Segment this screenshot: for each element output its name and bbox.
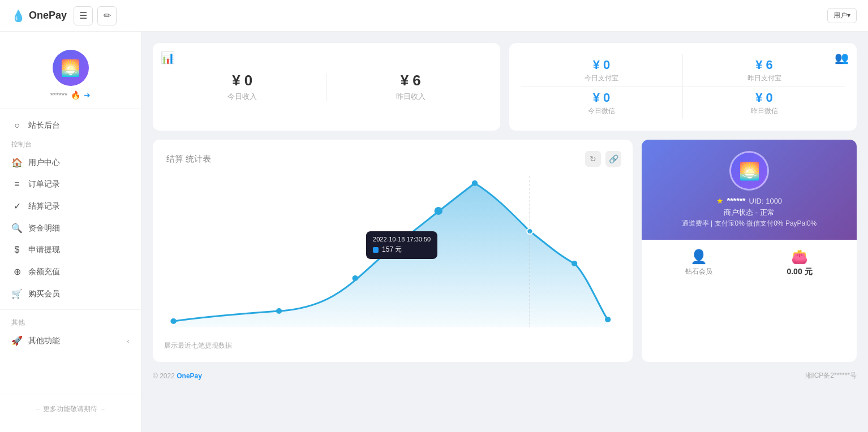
profile-rate: 通道费率 | 支付宝0% 微信支付0% PayPal0% [682,219,817,228]
wallet-icon: 👛 [791,249,808,265]
username-label: ****** [50,91,67,100]
orders-icon: ≡ [11,179,23,189]
profile-card: 🌅 ★ ****** UID: 1000 商户状态 - 正常 通道费率 | 支付… [642,140,857,362]
yesterday-wechat-label: 昨日微信 [751,106,778,116]
yesterday-alipay-amount: ¥ 6 [755,58,773,72]
sidebar-item-orders[interactable]: ≡ 订单记录 [0,174,141,195]
chain-icon: 🔗 [609,154,618,163]
vip-member-icon: 👤 [690,249,707,265]
avatar: 🌅 [53,50,89,86]
vip-stat: 👤 钻石会员 [651,249,747,277]
bar-chart-icon: 📊 [161,51,175,64]
svg-point-2 [353,275,358,281]
profile-avatar: 🌅 [729,151,769,191]
profile-uid: UID: 1000 [749,197,783,205]
settlements-icon: ✓ [11,201,23,211]
yesterday-alipay-label: 昨日支付宝 [747,74,781,83]
today-wechat-label: 今日微信 [588,106,615,116]
withdraw-icon: $ [11,245,23,255]
svg-point-0 [170,318,176,324]
sidebar-item-withdraw[interactable]: $ 申请提现 [0,239,141,261]
sidebar-item-finance-label: 资金明细 [28,223,60,234]
recharge-icon: ⊕ [11,266,23,277]
sidebar-item-vip-label: 购买会员 [28,289,60,299]
sidebar-item-admin-label: 站长后台 [28,120,60,131]
sidebar-item-user-center-label: 用户中心 [28,158,60,168]
today-wechat-amount: ¥ 0 [593,90,611,105]
profile-name: ****** [727,196,746,205]
svg-point-8 [605,317,611,322]
sidebar-item-settlements[interactable]: ✓ 结算记录 [0,195,141,217]
payment-stats-card: 👥 ¥ 0 今日支付宝 ¥ 6 昨日支付宝 ¥ 0 今日微信 ¥ 0 [509,43,857,131]
finance-icon: 🔍 [11,223,23,234]
sidebar-item-withdraw-label: 申请提现 [28,245,60,255]
svg-point-1 [276,308,282,314]
today-income-label: 今日收入 [227,92,257,102]
today-alipay-label: 今日支付宝 [585,74,618,83]
menu-icon: ☰ [79,10,87,21]
sidebar-item-admin[interactable]: ○ 站长后台 [0,115,141,136]
income-stats-card: 📊 ¥ 0 今日收入 ¥ 6 昨日收入 [153,43,500,131]
main-content: 📊 ¥ 0 今日收入 ¥ 6 昨日收入 👥 ¥ 0 [141,32,868,432]
svg-point-7 [571,261,577,266]
user-dropdown[interactable]: 用户▾ [827,8,857,23]
today-income-amount: ¥ 0 [232,72,252,89]
logo: 💧 OnePay [11,9,67,23]
fire-icon[interactable]: 🔥 [71,90,80,100]
sidebar-item-recharge-label: 余额充值 [28,267,60,277]
sidebar-item-recharge[interactable]: ⊕ 余额充值 [0,261,141,283]
chart-title: 结算统计表 [164,154,211,165]
profile-bottom-stats: 👤 钻石会员 👛 0.00 元 [642,240,857,286]
sidebar-item-orders-label: 订单记录 [28,179,60,189]
edit-button[interactable]: ✏ [97,6,117,25]
chart-area: 2022-10-18 17:30:50 157 元 [164,176,621,334]
chart-refresh-button[interactable]: ↻ [585,151,601,167]
balance-value: 0.00 元 [787,267,812,277]
refresh-icon: ↻ [590,154,596,163]
chart-settings-button[interactable]: 🔗 [605,151,621,167]
rocket-icon: 🚀 [11,335,23,346]
menu-button[interactable]: ☰ [74,6,93,25]
sidebar-item-other-features-label: 其他功能 [28,336,60,346]
today-wechat-cell: ¥ 0 今日微信 [521,87,683,119]
logout-icon[interactable]: ➜ [84,90,91,100]
footer-copyright: © 2022 OnePay [153,372,202,380]
yesterday-income-label: 昨日收入 [396,92,426,102]
home-icon: 🏠 [11,157,23,168]
vip-icon: 🛒 [11,288,23,299]
sidebar: 🌅 ****** 🔥 ➜ ○ 站长后台 控制台 🏠 用户中心 ≡ 订单记录 [0,32,141,432]
footer-brand: OnePay [177,372,202,380]
sidebar-item-settlements-label: 结算记录 [28,201,60,211]
sidebar-item-finance[interactable]: 🔍 资金明细 [0,217,141,239]
yesterday-income-stat: ¥ 6 昨日收入 [338,72,484,102]
people-icon: 👥 [835,51,849,64]
sidebar-section-other: 其他 [0,314,141,330]
footer: © 2022 OnePay 湘ICP备2******号 [153,371,857,381]
footer-icp: 湘ICP备2******号 [805,371,857,381]
yesterday-wechat-cell: ¥ 0 昨日微信 [683,87,845,119]
svg-point-3 [390,244,396,250]
sidebar-item-user-center[interactable]: 🏠 用户中心 [0,152,141,174]
edit-icon: ✏ [104,10,111,21]
svg-point-4 [435,207,443,215]
admin-icon: ○ [11,120,23,131]
today-income-stat: ¥ 0 今日收入 [170,72,315,102]
today-alipay-cell: ¥ 0 今日支付宝 [521,54,683,87]
profile-info: ★ ****** UID: 1000 商户状态 - 正常 通道费率 | 支付宝0… [682,196,817,228]
user-profile-section: 🌅 ****** 🔥 ➜ [0,41,141,109]
chart-card: 结算统计表 ↻ 🔗 [153,140,633,362]
sidebar-section-control: 控制台 [0,136,141,152]
yesterday-wechat-amount: ¥ 0 [755,90,773,105]
svg-point-5 [472,180,478,186]
user-dropdown-label: 用户▾ [833,11,850,20]
chart-footer: 展示最近七笔提现数据 [164,341,621,351]
logo-icon: 💧 [11,9,25,23]
sidebar-item-vip[interactable]: 🛒 购买会员 [0,283,141,305]
yesterday-alipay-cell: ¥ 6 昨日支付宝 [683,54,845,87]
balance-stat: 👛 0.00 元 [751,249,848,277]
profile-banner: 🌅 ★ ****** UID: 1000 商户状态 - 正常 通道费率 | 支付… [642,140,857,240]
sidebar-item-other-features[interactable]: 🚀 其他功能 ‹ [0,330,141,352]
vip-label: 钻石会员 [685,267,712,277]
yesterday-income-amount: ¥ 6 [401,72,421,89]
profile-status: 商户状态 - 正常 [682,208,817,218]
